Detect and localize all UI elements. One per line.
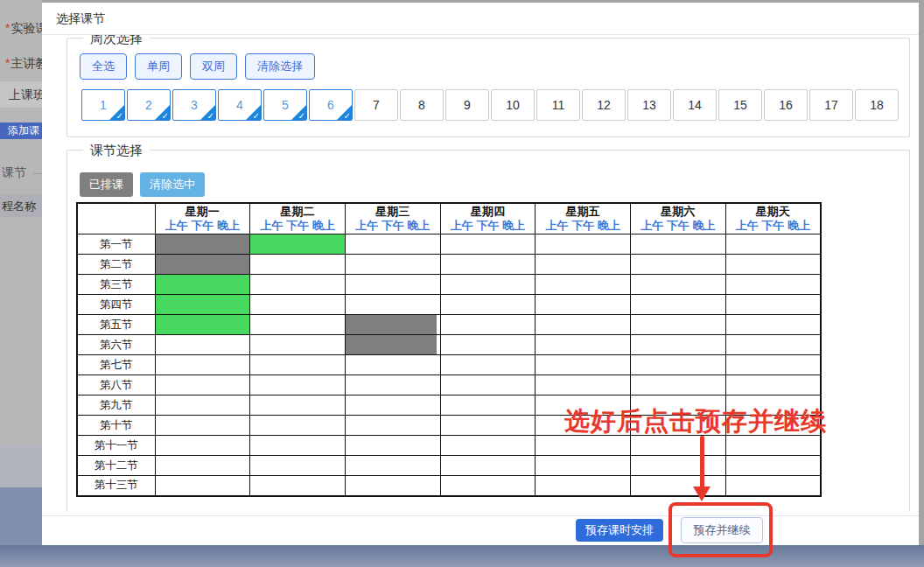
lesson-cell[interactable] xyxy=(155,355,250,375)
select-all-button[interactable]: 全选 xyxy=(80,53,127,80)
presave-schedule-button[interactable]: 预存课时安排 xyxy=(576,519,663,542)
week-box-17[interactable]: 17 xyxy=(809,89,853,121)
lesson-cell[interactable] xyxy=(440,436,536,456)
week-box-11[interactable]: 11 xyxy=(536,89,580,121)
scheduled-indicator-button[interactable]: 已排课 xyxy=(80,172,133,197)
lesson-cell[interactable] xyxy=(725,295,821,315)
lesson-cell[interactable] xyxy=(155,436,250,456)
lesson-cell[interactable] xyxy=(725,275,821,295)
lesson-cell[interactable] xyxy=(536,476,631,496)
lesson-cell[interactable] xyxy=(725,234,821,255)
lesson-cell[interactable] xyxy=(155,456,250,476)
lesson-cell[interactable] xyxy=(345,476,440,496)
lesson-cell[interactable] xyxy=(536,295,631,315)
lesson-cell[interactable] xyxy=(536,456,631,476)
lesson-cell[interactable] xyxy=(631,335,726,355)
lesson-cell[interactable] xyxy=(631,355,726,375)
lesson-cell[interactable] xyxy=(725,476,821,496)
lesson-cell[interactable] xyxy=(250,375,346,396)
lesson-cell[interactable] xyxy=(440,255,536,275)
week-box-8[interactable]: 8 xyxy=(400,89,444,121)
lesson-cell[interactable] xyxy=(250,355,346,375)
lesson-cell[interactable] xyxy=(536,355,631,375)
lesson-cell[interactable] xyxy=(345,275,440,295)
lesson-cell[interactable] xyxy=(345,355,440,375)
lesson-cell[interactable] xyxy=(345,234,440,255)
week-box-13[interactable]: 13 xyxy=(627,89,671,121)
lesson-cell[interactable] xyxy=(440,416,536,436)
lesson-cell[interactable] xyxy=(345,255,440,275)
week-box-1[interactable]: 1✓ xyxy=(81,89,125,121)
clear-selected-button[interactable]: 清除选中 xyxy=(140,172,205,197)
lesson-cell[interactable] xyxy=(631,375,726,396)
lesson-cell[interactable] xyxy=(345,335,440,355)
lesson-cell[interactable] xyxy=(440,335,536,355)
lesson-cell[interactable] xyxy=(440,234,536,255)
lesson-cell[interactable] xyxy=(725,355,821,375)
lesson-cell[interactable] xyxy=(725,456,821,476)
week-box-15[interactable]: 15 xyxy=(718,89,762,121)
lesson-cell[interactable] xyxy=(440,355,536,375)
lesson-cell[interactable] xyxy=(440,456,536,476)
week-box-14[interactable]: 14 xyxy=(673,89,717,121)
lesson-cell[interactable] xyxy=(440,275,536,295)
lesson-cell[interactable] xyxy=(155,396,250,416)
even-weeks-button[interactable]: 双周 xyxy=(190,53,237,80)
lesson-cell[interactable] xyxy=(345,295,440,315)
lesson-cell[interactable] xyxy=(250,255,346,275)
lesson-cell[interactable] xyxy=(155,476,250,496)
lesson-cell[interactable] xyxy=(155,234,250,255)
odd-weeks-button[interactable]: 单周 xyxy=(135,53,182,80)
lesson-cell[interactable] xyxy=(345,315,440,335)
lesson-cell[interactable] xyxy=(345,456,440,476)
lesson-cell[interactable] xyxy=(725,335,821,355)
lesson-cell[interactable] xyxy=(536,255,631,275)
lesson-cell[interactable] xyxy=(631,275,726,295)
lesson-cell[interactable] xyxy=(345,375,440,396)
lesson-cell[interactable] xyxy=(725,375,821,396)
lesson-cell[interactable] xyxy=(155,255,250,275)
lesson-cell[interactable] xyxy=(155,335,250,355)
lesson-cell[interactable] xyxy=(250,456,346,476)
lesson-cell[interactable] xyxy=(250,295,346,315)
week-box-5[interactable]: 5✓ xyxy=(263,89,307,121)
lesson-cell[interactable] xyxy=(536,335,631,355)
week-box-6[interactable]: 6✓ xyxy=(309,89,353,121)
lesson-cell[interactable] xyxy=(631,476,726,496)
lesson-cell[interactable] xyxy=(250,275,346,295)
lesson-cell[interactable] xyxy=(631,295,726,315)
lesson-cell[interactable] xyxy=(631,255,726,275)
week-box-9[interactable]: 9 xyxy=(445,89,489,121)
lesson-cell[interactable] xyxy=(250,476,346,496)
lesson-cell[interactable] xyxy=(250,416,346,436)
lesson-cell[interactable] xyxy=(155,315,250,335)
lesson-cell[interactable] xyxy=(440,315,536,335)
week-box-2[interactable]: 2✓ xyxy=(127,89,171,121)
lesson-cell[interactable] xyxy=(250,396,346,416)
lesson-cell[interactable] xyxy=(250,436,346,456)
lesson-cell[interactable] xyxy=(725,315,821,335)
lesson-cell[interactable] xyxy=(155,375,250,396)
lesson-cell[interactable] xyxy=(440,295,536,315)
lesson-cell[interactable] xyxy=(440,476,536,496)
lesson-cell[interactable] xyxy=(536,315,631,335)
week-box-4[interactable]: 4✓ xyxy=(218,89,262,121)
week-box-18[interactable]: 18 xyxy=(855,89,899,121)
lesson-cell[interactable] xyxy=(536,275,631,295)
week-box-12[interactable]: 12 xyxy=(582,89,626,121)
lesson-cell[interactable] xyxy=(440,396,536,416)
lesson-cell[interactable] xyxy=(536,375,631,396)
lesson-cell[interactable] xyxy=(155,275,250,295)
lesson-cell[interactable] xyxy=(250,315,346,335)
week-box-16[interactable]: 16 xyxy=(764,89,808,121)
week-box-7[interactable]: 7 xyxy=(354,89,398,121)
lesson-cell[interactable] xyxy=(345,416,440,436)
week-box-3[interactable]: 3✓ xyxy=(172,89,216,121)
lesson-cell[interactable] xyxy=(155,416,250,436)
lesson-cell[interactable] xyxy=(250,234,346,255)
lesson-cell[interactable] xyxy=(440,375,536,396)
clear-week-selection-button[interactable]: 清除选择 xyxy=(245,53,315,80)
lesson-cell[interactable] xyxy=(155,295,250,315)
lesson-cell[interactable] xyxy=(631,456,726,476)
lesson-cell[interactable] xyxy=(536,234,631,255)
